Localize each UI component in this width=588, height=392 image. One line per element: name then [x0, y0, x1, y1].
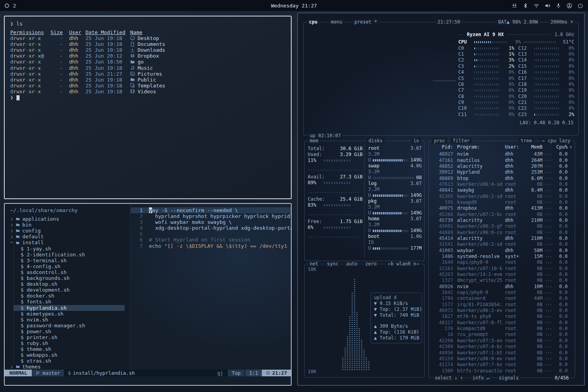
process-row[interactable]: 48317kworker/u97:8-flroot0B0.0	[431, 320, 572, 326]
mic-icon[interactable]	[555, 3, 561, 9]
info-hint[interactable]: info ↵	[470, 375, 491, 381]
tree-item-development-sh[interactable]: $development.sh	[13, 287, 125, 293]
wifi-icon[interactable]	[534, 3, 539, 9]
process-row[interactable]: 45414alacrittydhh210M0.0	[431, 236, 572, 241]
tree-item-install[interactable]: ❯install	[10, 240, 125, 245]
updates-icon[interactable]	[512, 3, 517, 9]
tree-root-path[interactable]: ~/.local/share/omarchy	[10, 207, 130, 213]
bluetooth-icon[interactable]	[523, 3, 528, 9]
process-row[interactable]: 31541kworker/u96:2-sdroot0B0.0	[431, 241, 572, 247]
filter-button[interactable]: filter	[451, 138, 472, 143]
select-hint[interactable]: select ↓ ↑	[433, 375, 465, 381]
mem-box-title[interactable]: mem	[308, 138, 320, 143]
process-row[interactable]: 42208kworker/u97:3-evroot0B0.0	[431, 338, 572, 344]
buffer-line[interactable]: 7echo "[[ -z \$DISPLAY && \$(tty) == /de…	[131, 243, 291, 249]
process-row[interactable]: 45159kworker/u98:0-evroot0B0.0	[431, 356, 572, 362]
cpu-column-header[interactable]: Cpu%	[554, 144, 568, 150]
process-row[interactable]: 39912Hyprlanddhh253M0.0	[431, 169, 572, 175]
process-row[interactable]: 46072kworker/u96:2-evroot0B0.0	[431, 308, 572, 314]
tree-item-power-sh[interactable]: $power.sh	[13, 328, 125, 334]
process-row[interactable]: 48869btopdhh8.6M0.0	[431, 175, 572, 181]
process-row[interactable]: 47613kworker/u96:4-sdroot0B0.0	[431, 181, 572, 187]
process-row[interactable]: 195kswapd0root0B0.0	[431, 200, 572, 205]
tree-item-mimetypes-sh[interactable]: $mimetypes.sh	[13, 311, 125, 317]
process-row[interactable]: 1486systemd-resolvesyst+15M0.0	[431, 254, 572, 260]
process-row[interactable]: 44956kworker/u97:1-btroot0B0.0	[431, 350, 572, 356]
file-tree-panel[interactable]: ~/.local/share/omarchy ❯applications❯bin…	[5, 204, 131, 370]
editor-buffer[interactable]: 1yay -S --noconfirm --needed \2 hyprland…	[131, 204, 291, 370]
signals-hint[interactable]: signals	[497, 375, 521, 381]
process-row[interactable]: 47161nautilusdhh264M0.0	[431, 157, 572, 163]
tree-item-default[interactable]: ❯default	[10, 234, 125, 240]
process-row[interactable]: 42309kworker/u97:4-kcroot0B0.0	[431, 344, 572, 350]
process-row[interactable]: 45263kworker/14:2-everoot0B0.0	[431, 272, 572, 278]
process-row[interactable]: 1827mt76-tx phy0root0B0.0	[431, 314, 572, 319]
disks-box-title[interactable]: disks	[367, 138, 385, 143]
buffer-line[interactable]: 4 xdg-desktop-portal-hyprland xdg-deskto…	[131, 225, 291, 231]
process-row[interactable]: 40075dropboxdhh413M0.0	[431, 205, 572, 211]
tree-item-xtras-sh[interactable]: $xtras.sh	[13, 358, 125, 364]
terminal-window[interactable]: ❯ ls PermissionsSizeUserDate ModifiedNam…	[4, 16, 292, 199]
tree-item-applications[interactable]: ❯applications	[10, 216, 125, 222]
pid-column-header[interactable]: Pid:	[431, 144, 453, 150]
tree-item-webapps-sh[interactable]: $webapps.sh	[13, 352, 125, 358]
program-column-header[interactable]: Program:	[453, 144, 505, 150]
workspace-icon[interactable]	[5, 4, 9, 8]
process-row[interactable]: 22161kworker/u97:10-kroot0B0.0	[431, 266, 572, 272]
process-row[interactable]: 48841swaybgdhh8.4M0.0	[431, 187, 572, 193]
system-monitor-window[interactable]: cpu menu preset * 21:27:50 BAT▲ 98% 2.89…	[297, 13, 585, 386]
cpu-box-title[interactable]: cpu	[307, 19, 319, 25]
mem-column-header[interactable]: MemB	[525, 144, 543, 150]
buffer-line[interactable]: 1yay -S --noconfirm --needed \	[131, 207, 291, 213]
process-row[interactable]: 48852alacrittydhh207M0.0	[431, 163, 572, 169]
process-row[interactable]: 45730alacrittydhh210M0.0	[431, 218, 572, 223]
process-row[interactable]: 1380btrfs-transactioroot0B0.0	[431, 368, 572, 373]
process-row[interactable]: 44889kworker/u96:0-coroot0B0.0	[431, 229, 572, 235]
user-icon[interactable]	[566, 3, 572, 9]
workspace-indicator[interactable]: 2	[13, 3, 16, 9]
tree-item-ruby-sh[interactable]: $ruby.sh	[13, 340, 125, 346]
update-interval[interactable]: 2000ms +	[548, 19, 575, 25]
tree-item-desktop-sh[interactable]: $desktop.sh	[13, 281, 125, 287]
process-row[interactable]: 1794containerdroot44M0.0	[431, 296, 572, 301]
buffer-line[interactable]: 3 wofi waybar mako swaybg \	[131, 219, 291, 225]
tree-item-backgrounds-sh[interactable]: $backgrounds.sh	[13, 275, 125, 281]
preset-button[interactable]: preset *	[352, 19, 379, 25]
process-row[interactable]: 1327dmcrypt_write/25root0B0.0	[431, 278, 572, 283]
tree-item-docker-sh[interactable]: $docker.sh	[13, 293, 125, 299]
process-row[interactable]: 48926nvimdhh10M0.0	[431, 284, 572, 290]
tree-item-themes[interactable]: ❯themes	[10, 364, 125, 370]
current-prompt-line[interactable]: ❯	[10, 94, 285, 101]
editor-window[interactable]: ~/.local/share/omarchy ❯applications❯bin…	[4, 203, 292, 386]
user-column-header[interactable]: User:	[505, 144, 525, 150]
tree-item-theme-sh[interactable]: $theme.sh	[13, 346, 125, 352]
tree-item-password-manager-sh[interactable]: $password-manager.sh	[13, 323, 125, 328]
tree-view-button[interactable]: tree	[519, 138, 534, 143]
sort-mode-selector[interactable]: ← cpu lazy	[540, 138, 572, 143]
process-row[interactable]: 45305kworker/u96:1-sdroot0B0.0	[431, 193, 572, 199]
buffer-line[interactable]: 5	[131, 231, 291, 237]
process-row[interactable]: 43091kworker/u96:3-gfroot0B0.0	[431, 223, 572, 229]
process-row[interactable]: 48927nvimdhh43M0.0	[431, 151, 572, 157]
process-row[interactable]: 45266kworker/u97:2-kcroot0B0.0	[431, 211, 572, 217]
process-row[interactable]: 41174kworker/u97:7-kvroot0B0.0	[431, 362, 572, 368]
tree-item-3-terminal-sh[interactable]: $3-terminal.sh	[13, 258, 125, 263]
process-row[interactable]: 176kcompactd0root0B0.0	[431, 326, 572, 332]
tree-item-config[interactable]: ❯config	[10, 228, 125, 234]
tree-item-fonts-sh[interactable]: $fonts.sh	[13, 299, 125, 305]
tree-item-hyprlandia-sh[interactable]: $hyprlandia.sh	[13, 305, 125, 311]
process-row[interactable]: 16rcu_preemptroot0B0.0	[431, 332, 572, 338]
tree-item-1-yay-sh[interactable]: $1-yay.sh	[13, 246, 125, 252]
tree-item-bin[interactable]: ❯bin	[10, 222, 125, 228]
process-row[interactable]: 41003waybardhh58M0.0	[431, 248, 572, 254]
process-row[interactable]: 1640napi/phy0-0root0B0.0	[431, 260, 572, 265]
tree-item-2-identification-sh[interactable]: $2-identification.sh	[13, 252, 125, 258]
tree-item-nvim-sh[interactable]: $nvim.sh	[13, 317, 125, 323]
buffer-line[interactable]: 2 hyprland hyprshot hyprpicker hyprlock …	[131, 213, 291, 219]
volume-icon[interactable]	[544, 3, 550, 9]
power-icon[interactable]	[577, 3, 583, 9]
menu-button[interactable]: menu	[329, 19, 344, 25]
tree-item-printer-sh[interactable]: $printer.sh	[13, 334, 125, 340]
proc-box-title[interactable]: proc	[432, 138, 447, 143]
process-row[interactable]: 1642napi/phy0-0root0B0.0	[431, 290, 572, 296]
